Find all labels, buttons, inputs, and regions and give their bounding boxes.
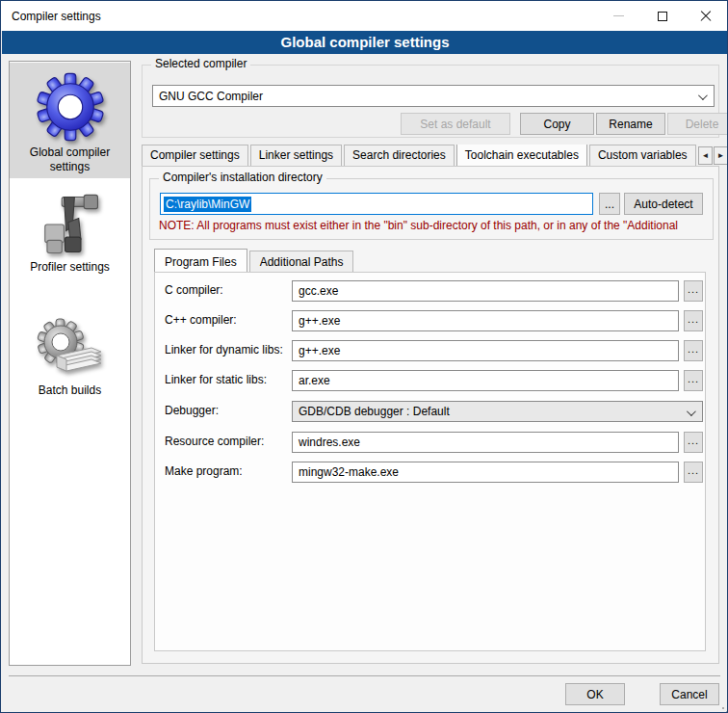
program-files-panel: C compiler: gcc.exe ... C++ compiler: g+… xyxy=(154,272,706,651)
sidebar-item-label: Profiler settings xyxy=(10,260,130,275)
tab-search-directories[interactable]: Search directories xyxy=(344,145,455,166)
linker-dynamic-label: Linker for dynamic libs: xyxy=(165,343,283,356)
footer-divider xyxy=(9,675,720,676)
c-compiler-input[interactable]: gcc.exe xyxy=(292,280,679,302)
install-dir-note: NOTE: All programs must exist either in … xyxy=(159,219,710,232)
linker-dynamic-browse-button[interactable]: ... xyxy=(684,340,703,361)
page-title: Global compiler settings xyxy=(2,31,728,54)
install-dir-input[interactable]: C:\raylib\MinGW xyxy=(160,193,593,215)
auto-detect-button[interactable]: Auto-detect xyxy=(624,193,703,215)
sidebar-item-global-compiler-settings[interactable]: Global compiler settings xyxy=(10,63,130,178)
caliper-icon xyxy=(37,191,104,258)
compiler-settings-dialog: Compiler settings Global compiler settin… xyxy=(0,0,728,713)
main-tabstrip: Compiler settings Linker settings Search… xyxy=(142,145,697,167)
settings-category-list: Global compiler settings xyxy=(9,61,131,666)
install-dir-group: Compiler's installation directory C:\ray… xyxy=(149,178,714,240)
sidebar-item-batch-builds[interactable]: Batch builds xyxy=(10,303,130,410)
ok-button[interactable]: OK xyxy=(565,683,625,705)
cpp-compiler-input[interactable]: g++.exe xyxy=(292,310,679,331)
minimize-button[interactable] xyxy=(597,1,640,31)
resource-compiler-browse-button[interactable]: ... xyxy=(684,432,703,453)
tab-custom-variables[interactable]: Custom variables xyxy=(589,145,696,166)
blue-gear-icon xyxy=(35,71,106,143)
set-as-default-button[interactable]: Set as default xyxy=(401,113,510,135)
maximize-icon xyxy=(658,12,667,21)
tab-scroll-right-button[interactable]: ► xyxy=(714,146,728,165)
linker-dynamic-input[interactable]: g++.exe xyxy=(292,340,679,361)
compiler-select[interactable]: GNU GCC Compiler xyxy=(152,85,715,107)
linker-static-label: Linker for static libs: xyxy=(165,373,267,386)
tab-toolchain-executables[interactable]: Toolchain executables xyxy=(456,145,587,166)
copy-button[interactable]: Copy xyxy=(520,113,594,135)
tab-compiler-settings[interactable]: Compiler settings xyxy=(142,145,248,166)
make-program-label: Make program: xyxy=(165,464,243,478)
linker-static-input[interactable]: ar.exe xyxy=(292,370,679,391)
chevron-down-icon xyxy=(698,91,708,100)
sidebar-item-label: Global compiler settings xyxy=(10,145,130,174)
make-program-browse-button[interactable]: ... xyxy=(684,462,703,483)
toolchain-subtabs: Program Files Additional Paths xyxy=(154,251,355,272)
group-label: Selected compiler xyxy=(151,57,250,70)
tab-scroll-left-button[interactable]: ◄ xyxy=(698,146,713,165)
debugger-label: Debugger: xyxy=(165,404,219,417)
delete-button[interactable]: Delete xyxy=(667,113,728,135)
sidebar-item-profiler-settings[interactable]: Profiler settings xyxy=(10,183,130,291)
tab-linker-settings[interactable]: Linker settings xyxy=(250,145,342,166)
c-compiler-label: C compiler: xyxy=(165,283,223,297)
rename-button[interactable]: Rename xyxy=(596,113,665,135)
debugger-select-value: GDB/CDB debugger : Default xyxy=(299,405,450,418)
compiler-select-value: GNU GCC Compiler xyxy=(159,90,263,103)
sidebar-item-label: Batch builds xyxy=(10,383,130,398)
minimize-icon xyxy=(613,15,624,16)
group-label: Compiler's installation directory xyxy=(159,171,326,184)
linker-static-browse-button[interactable]: ... xyxy=(684,370,703,391)
window-title: Compiler settings xyxy=(1,10,101,23)
close-icon xyxy=(700,11,712,22)
arrow-right-icon: ► xyxy=(717,151,725,160)
resize-grip[interactable] xyxy=(722,707,724,709)
cancel-button[interactable]: Cancel xyxy=(660,683,719,705)
subtab-program-files[interactable]: Program Files xyxy=(154,249,247,272)
resource-compiler-label: Resource compiler: xyxy=(165,435,264,448)
make-program-input[interactable]: mingw32-make.exe xyxy=(292,462,679,483)
resource-compiler-input[interactable]: windres.exe xyxy=(292,432,679,453)
install-dir-selected-text: C:\raylib\MinGW xyxy=(164,197,251,212)
chevron-down-icon xyxy=(687,407,696,416)
cpp-compiler-browse-button[interactable]: ... xyxy=(684,310,703,331)
install-dir-browse-button[interactable]: ... xyxy=(599,193,620,215)
c-compiler-browse-button[interactable]: ... xyxy=(684,280,703,302)
debugger-select[interactable]: GDB/CDB debugger : Default xyxy=(292,401,703,422)
maximize-button[interactable] xyxy=(640,1,684,31)
selected-compiler-group: Selected compiler GNU GCC Compiler Set a… xyxy=(142,65,719,138)
cpp-compiler-label: C++ compiler: xyxy=(165,313,237,327)
titlebar[interactable]: Compiler settings xyxy=(1,1,727,31)
subtab-additional-paths[interactable]: Additional Paths xyxy=(249,251,354,272)
gray-gear-stack-icon xyxy=(36,316,105,380)
toolchain-executables-page: Compiler's installation directory C:\ray… xyxy=(142,166,719,664)
arrow-left-icon: ◄ xyxy=(702,151,710,160)
close-button[interactable] xyxy=(684,1,727,31)
